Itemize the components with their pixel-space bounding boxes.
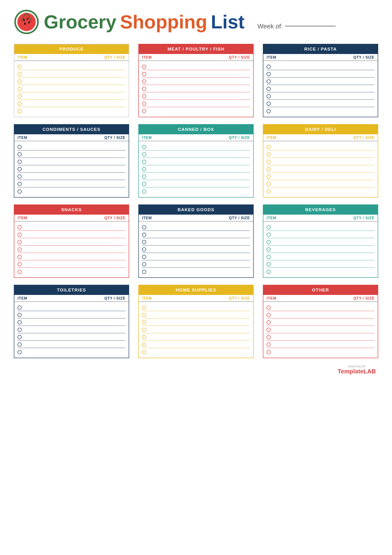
list-item	[18, 348, 125, 355]
checkbox-circle[interactable]	[18, 225, 22, 229]
checkbox-circle[interactable]	[142, 79, 146, 84]
checkbox-circle[interactable]	[142, 233, 146, 237]
checkbox-circle[interactable]	[267, 87, 271, 91]
checkbox-circle[interactable]	[18, 350, 22, 354]
checkbox-circle[interactable]	[18, 102, 22, 106]
list-item	[18, 318, 125, 326]
title-shopping: Shopping	[120, 13, 207, 31]
checkbox-circle[interactable]	[267, 313, 271, 317]
category-home-header: HOME SUPPLIES	[139, 285, 253, 295]
checkbox-circle[interactable]	[18, 306, 22, 310]
checkbox-circle[interactable]	[267, 102, 271, 106]
checkbox-circle[interactable]	[267, 255, 271, 259]
checkbox-circle[interactable]	[267, 233, 271, 237]
week-of: Week of:	[257, 23, 336, 30]
checkbox-circle[interactable]	[18, 145, 22, 149]
checkbox-circle[interactable]	[142, 175, 146, 179]
list-item	[267, 326, 374, 333]
checkbox-circle[interactable]	[142, 350, 146, 354]
list-item	[18, 311, 125, 318]
checkbox-circle[interactable]	[18, 233, 22, 237]
checkbox-circle[interactable]	[267, 160, 271, 164]
checkbox-circle[interactable]	[142, 262, 146, 266]
checkbox-circle[interactable]	[142, 240, 146, 244]
checkbox-circle[interactable]	[18, 335, 22, 339]
checkbox-circle[interactable]	[18, 65, 22, 69]
checkbox-circle[interactable]	[18, 240, 22, 244]
list-item	[142, 223, 250, 231]
checkbox-circle[interactable]	[18, 87, 22, 91]
checkbox-circle[interactable]	[18, 160, 22, 164]
category-other: OTHERITEMQTY / SIZE	[263, 285, 378, 358]
checkbox-circle[interactable]	[267, 65, 271, 69]
checkbox-circle[interactable]	[267, 270, 271, 274]
checkbox-circle[interactable]	[142, 72, 146, 76]
checkbox-circle[interactable]	[267, 335, 271, 339]
checkbox-circle[interactable]	[142, 313, 146, 317]
checkbox-circle[interactable]	[142, 270, 146, 274]
checkbox-circle[interactable]	[142, 152, 146, 156]
list-item	[267, 70, 374, 78]
checkbox-circle[interactable]	[18, 255, 22, 259]
checkbox-circle[interactable]	[142, 343, 146, 347]
category-canned-rows	[139, 142, 253, 197]
checkbox-circle[interactable]	[142, 94, 146, 98]
checkbox-circle[interactable]	[18, 152, 22, 156]
checkbox-circle[interactable]	[18, 262, 22, 266]
checkbox-circle[interactable]	[18, 72, 22, 76]
checkbox-circle[interactable]	[142, 320, 146, 324]
checkbox-circle[interactable]	[18, 182, 22, 186]
list-item	[267, 318, 374, 326]
checkbox-circle[interactable]	[18, 79, 22, 84]
checkbox-circle[interactable]	[18, 175, 22, 179]
checkbox-circle[interactable]	[142, 102, 146, 106]
checkbox-circle[interactable]	[142, 109, 146, 113]
checkbox-circle[interactable]	[18, 343, 22, 347]
checkbox-circle[interactable]	[267, 320, 271, 324]
checkbox-circle[interactable]	[267, 167, 271, 171]
page-header: Grocery Shopping List Week of:	[14, 9, 378, 35]
checkbox-circle[interactable]	[267, 182, 271, 186]
checkbox-circle[interactable]	[267, 262, 271, 266]
checkbox-circle[interactable]	[18, 247, 22, 252]
checkbox-circle[interactable]	[18, 313, 22, 317]
checkbox-circle[interactable]	[267, 109, 271, 113]
checkbox-circle[interactable]	[142, 65, 146, 69]
checkbox-circle[interactable]	[142, 306, 146, 310]
checkbox-circle[interactable]	[267, 306, 271, 310]
checkbox-circle[interactable]	[267, 190, 271, 194]
list-item	[267, 231, 374, 238]
checkbox-circle[interactable]	[142, 145, 146, 149]
checkbox-circle[interactable]	[267, 247, 271, 252]
checkbox-circle[interactable]	[142, 255, 146, 259]
checkbox-circle[interactable]	[267, 350, 271, 354]
checkbox-circle[interactable]	[142, 335, 146, 339]
checkbox-circle[interactable]	[142, 190, 146, 194]
checkbox-circle[interactable]	[142, 328, 146, 332]
checkbox-circle[interactable]	[267, 225, 271, 229]
checkbox-circle[interactable]	[18, 94, 22, 98]
checkbox-circle[interactable]	[18, 109, 22, 113]
checkbox-circle[interactable]	[18, 190, 22, 194]
checkbox-circle[interactable]	[267, 72, 271, 76]
checkbox-circle[interactable]	[267, 145, 271, 149]
checkbox-circle[interactable]	[18, 328, 22, 332]
checkbox-circle[interactable]	[142, 182, 146, 186]
checkbox-circle[interactable]	[267, 175, 271, 179]
list-item	[18, 333, 125, 341]
checkbox-circle[interactable]	[142, 167, 146, 171]
checkbox-circle[interactable]	[18, 167, 22, 171]
checkbox-circle[interactable]	[142, 160, 146, 164]
checkbox-circle[interactable]	[142, 225, 146, 229]
checkbox-circle[interactable]	[18, 270, 22, 274]
checkbox-circle[interactable]	[267, 328, 271, 332]
list-item	[142, 268, 250, 275]
checkbox-circle[interactable]	[267, 79, 271, 84]
checkbox-circle[interactable]	[142, 87, 146, 91]
checkbox-circle[interactable]	[267, 152, 271, 156]
checkbox-circle[interactable]	[18, 320, 22, 324]
checkbox-circle[interactable]	[142, 247, 146, 252]
checkbox-circle[interactable]	[267, 343, 271, 347]
checkbox-circle[interactable]	[267, 240, 271, 244]
checkbox-circle[interactable]	[267, 94, 271, 98]
